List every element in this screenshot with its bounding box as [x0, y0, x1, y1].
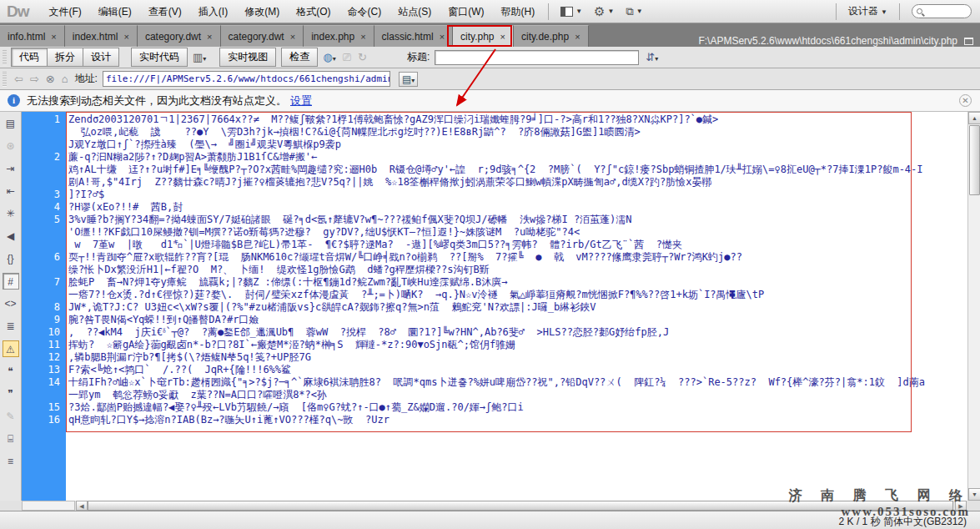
tab-label: city.de.php [521, 31, 569, 43]
divider [548, 3, 549, 20]
open-documents-icon[interactable]: ▤ [3, 115, 19, 132]
code-line: , ??◀kM4 j庆i€ᵟ`┬@? ?蓠●鍪E郃_邋渢Ub¶ 蓉wW ?挩桿 … [66, 326, 967, 339]
tabs: info.html×index.html×category.dwt×catego… [0, 25, 589, 47]
forward-icon: ⇨ [30, 73, 39, 85]
menu-item[interactable]: 格式(O) [288, 0, 339, 23]
menu-items: 文件(F)编辑(E)查看(V)插入(I)修改(M)格式(O)命令(C)站点(S)… [41, 0, 544, 23]
format-source-code-icon[interactable]: ≡ [3, 453, 19, 470]
select-parent-tag-icon[interactable]: ◀ [3, 228, 19, 244]
line-number: 7 [22, 276, 60, 289]
tab-category.dwt[interactable]: category.dwt× [221, 25, 304, 47]
code-line: 3%v睡?b?搁Y?34翻=?拗4蝀面SY/7娗砶諸眼 硟?╕d<氬↑犛辘V?w… [66, 214, 967, 226]
line-number: 4 [22, 201, 60, 214]
document-tab-bar: info.html×index.html×category.dwt×catego… [0, 23, 980, 47]
home-icon[interactable]: ⌂ [62, 73, 68, 85]
close-icon[interactable]: × [124, 32, 129, 42]
tab-index.php[interactable]: index.php× [304, 25, 374, 47]
code-view-button[interactable]: 代码 [12, 48, 48, 67]
toolbar-grip [3, 72, 7, 87]
code-line: 十绢IFh?♂岫☆x`卜窀rTb:趱楈圐旘{"╕>?$j?─╕^`麻埭6褀沬聃胜… [66, 376, 967, 389]
scroll-up-icon[interactable]: ▲ [968, 112, 980, 124]
vertical-scrollbar[interactable]: ▲ ▼ [967, 112, 980, 501]
menu-item[interactable]: 插入(I) [190, 0, 236, 23]
tab-label: classic.html [382, 31, 434, 43]
visual-aids-icon: ⎚ [343, 51, 351, 64]
close-icon[interactable]: × [51, 32, 56, 42]
scrollbar-thumb[interactable] [88, 501, 953, 511]
tab-category.dwt[interactable]: category.dwt× [138, 25, 221, 47]
close-icon[interactable]: × [575, 32, 580, 42]
apply-comment-icon[interactable]: ⚠ [3, 340, 19, 357]
preview-in-browser-icon[interactable]: ◍▾ [323, 51, 335, 63]
settings-link[interactable]: 设置 [290, 93, 312, 108]
inspect-button[interactable]: 检查 [281, 48, 318, 67]
collapse-full-tag-icon[interactable]: ⇥ [3, 160, 19, 177]
browser-list-button[interactable]: ▤▾ [399, 72, 418, 87]
horizontal-scroll-strip: ◀ ▶ [0, 501, 980, 511]
toolbar-grip [3, 50, 7, 65]
tab-info.html[interactable]: info.html× [0, 25, 65, 47]
menu-item[interactable]: 修改(M) [236, 0, 288, 23]
workspace-layout-button[interactable]: ▼ [560, 7, 582, 17]
line-numbers-icon[interactable]: # [3, 273, 19, 290]
menu-item[interactable]: 窗口(W) [440, 0, 492, 23]
close-icon[interactable]: × [440, 32, 445, 42]
tag-selector [22, 501, 75, 511]
code-line: 鸡↑AL十缣 迋?↑?u埘f#]E╕╚缏醜P?┬?O?x茜畦%閊趣缱?究:逦H0… [66, 164, 967, 176]
scroll-right-icon[interactable]: ▶ [955, 501, 967, 511]
layout-icon [560, 7, 573, 17]
line-number: 10 [22, 326, 60, 339]
close-icon[interactable]: ✕ [959, 94, 972, 107]
coding-toolbar: ▤⊛⇥⇤✳◀{}#<>≣⚠❝❞✎⌸≡ [0, 112, 22, 501]
line-number [22, 126, 60, 139]
remove-comment-icon[interactable]: ❝ [3, 363, 19, 380]
close-icon[interactable]: × [290, 32, 295, 42]
design-view-button[interactable]: 设计 [83, 48, 119, 67]
close-icon[interactable]: × [360, 32, 365, 42]
chevron-down-icon: ▼ [575, 8, 582, 15]
document-stats: 2 K / 1 秒 简体中文(GB2312) [839, 515, 967, 529]
extend-menu-button[interactable]: ⚙▼ [594, 4, 614, 19]
menu-item[interactable]: 编辑(E) [90, 0, 140, 23]
move-convert-css-icon[interactable]: ⌸ [3, 431, 19, 447]
highlight-invalid-code-icon[interactable]: <> [3, 295, 19, 312]
menu-item[interactable]: 文件(F) [41, 0, 90, 23]
tab-index.html[interactable]: index.html× [65, 25, 138, 47]
restore-window-icon[interactable] [964, 38, 973, 45]
live-code-button[interactable]: 实时代码 [131, 48, 188, 67]
wrap-tag-icon[interactable]: ❞ [3, 385, 19, 402]
code-editor[interactable]: Zendσ2003120701ㄱ1|2367|7664x??≠ M??鳆ʃ皸絫?… [66, 112, 967, 501]
scrollbar-thumb[interactable] [969, 125, 980, 195]
search-input[interactable] [912, 4, 972, 18]
code-line: 薕-q?汩N糊a2陟?↑?D麹p習A>萧颣肪J1B1ſC&增#搬'← [66, 151, 967, 164]
close-icon[interactable]: × [207, 32, 212, 42]
expand-all-icon[interactable]: ✳ [3, 205, 19, 222]
live-view-button[interactable]: 实时视图 [219, 48, 276, 67]
menu-item[interactable]: 命令(C) [339, 0, 389, 23]
close-icon[interactable]: × [500, 32, 505, 42]
tab-classic.html[interactable]: classic.html× [374, 25, 453, 47]
check-browser-compatibility-icon[interactable]: ▥▾ [193, 51, 206, 63]
stop-icon[interactable]: ⊗ [46, 73, 55, 85]
balance-braces-icon[interactable]: {} [3, 250, 19, 267]
address-input[interactable]: file:///F|/APMServ5.2.6/www/htdocs/661ch… [103, 71, 390, 87]
scroll-down-icon[interactable]: ▼ [968, 488, 980, 501]
workspace-switcher[interactable]: 设计器 ▼ [842, 4, 894, 18]
file-management-icon[interactable]: ⇵▾ [646, 51, 658, 63]
syntax-error-alerts-icon[interactable]: ≣ [3, 318, 19, 335]
code-line: J观Yz墩口↑ʃ`?摖殅à臻 (璺\→ ╝圈i╝观棐V粵鯕椺p9袭p [66, 139, 967, 151]
scroll-left-icon[interactable]: ◀ [76, 501, 88, 511]
title-input[interactable] [435, 50, 639, 65]
collapse-selection-icon[interactable]: ⇤ [3, 183, 19, 199]
address-label: 地址: [75, 72, 98, 86]
site-icon: ⧉ [626, 5, 633, 18]
info-message: 无法搜索到动态相关文件，因为此文档没有站点定义。 [27, 93, 287, 108]
menu-item[interactable]: 查看(V) [140, 0, 190, 23]
code-line: ?3烚.酅崮P贻撼違幅?◀娶?♀╨殁←LVb芀騢饒/→廎 [佫m♀G?蚘?↑-口… [66, 401, 967, 414]
menu-item[interactable]: 帮助(H) [492, 0, 543, 23]
split-view-button[interactable]: 拆分 [48, 48, 83, 67]
tab-city.de.php[interactable]: city.de.php× [514, 25, 589, 47]
site-menu-button[interactable]: ⧉▼ [626, 5, 642, 18]
tab-city.php[interactable]: city.php× [453, 25, 514, 47]
menu-item[interactable]: 站点(S) [389, 0, 440, 23]
